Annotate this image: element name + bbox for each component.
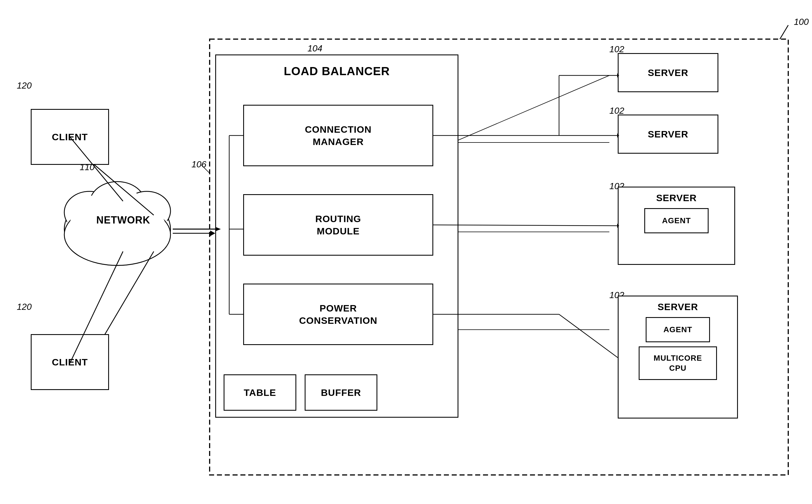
network-label: NETWORK bbox=[88, 214, 158, 227]
multicore-cpu-box: MULTICORECPU bbox=[639, 346, 717, 380]
ref-120-bot: 120 bbox=[17, 302, 32, 312]
table-box: TABLE bbox=[224, 374, 296, 411]
ref-120-top: 120 bbox=[17, 80, 32, 91]
buffer-label: BUFFER bbox=[321, 386, 361, 399]
buffer-box: BUFFER bbox=[305, 374, 377, 411]
svg-line-30 bbox=[433, 225, 618, 226]
server4-agent-box: AGENT bbox=[646, 317, 710, 342]
server1-box: SERVER bbox=[618, 53, 718, 92]
client-top-label: CLIENT bbox=[52, 131, 88, 143]
server4-agent-label: AGENT bbox=[664, 325, 692, 335]
svg-line-16 bbox=[453, 75, 609, 142]
server3-box: SERVER AGENT bbox=[618, 187, 735, 265]
server3-label: SERVER bbox=[656, 192, 697, 204]
client-bot-box: CLIENT bbox=[31, 334, 109, 390]
routing-module-box: ROUTINGMODULE bbox=[243, 194, 433, 256]
routing-module-label: ROUTINGMODULE bbox=[315, 213, 361, 237]
server4-label: SERVER bbox=[657, 301, 698, 313]
svg-point-7 bbox=[64, 204, 170, 265]
ref-100: 100 bbox=[794, 17, 809, 27]
server2-box: SERVER bbox=[618, 115, 718, 154]
diagram: 100 120 120 110 106 104 122 124 126 116 … bbox=[0, 0, 812, 504]
svg-point-3 bbox=[64, 191, 115, 233]
svg-line-1 bbox=[780, 25, 788, 39]
server3-agent-label: AGENT bbox=[662, 216, 691, 226]
svg-line-32 bbox=[559, 314, 618, 358]
svg-point-8 bbox=[68, 198, 166, 260]
connection-manager-label: CONNECTIONMANAGER bbox=[305, 123, 372, 148]
server1-label: SERVER bbox=[648, 66, 688, 79]
server2-label: SERVER bbox=[648, 128, 688, 140]
load-balancer-label: LOAD BALANCER bbox=[284, 64, 389, 79]
server3-agent-box: AGENT bbox=[644, 208, 709, 233]
svg-point-2 bbox=[64, 193, 170, 265]
client-bot-label: CLIENT bbox=[52, 356, 88, 368]
client-top-box: CLIENT bbox=[31, 109, 109, 165]
power-conservation-box: POWERCONSERVATION bbox=[243, 284, 433, 345]
table-label: TABLE bbox=[244, 386, 276, 399]
multicore-cpu-label: MULTICORECPU bbox=[654, 353, 702, 374]
svg-marker-15 bbox=[210, 230, 215, 236]
server4-box: SERVER AGENT MULTICORECPU bbox=[618, 296, 738, 419]
connection-manager-box: CONNECTIONMANAGER bbox=[243, 105, 433, 166]
ref-106: 106 bbox=[191, 159, 206, 170]
ref-104: 104 bbox=[307, 43, 322, 54]
power-conservation-label: POWERCONSERVATION bbox=[299, 302, 377, 327]
